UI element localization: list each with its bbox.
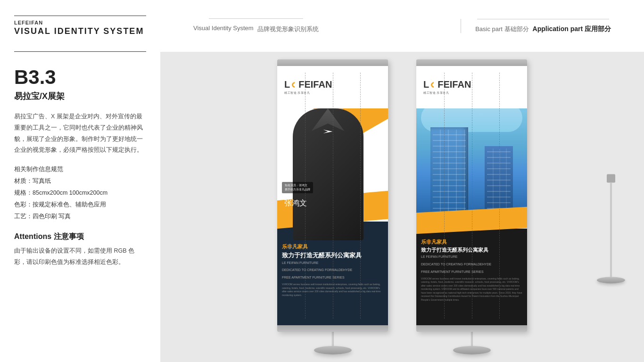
- logo-l-2: L: [423, 79, 429, 90]
- stand-pole-2: [471, 332, 473, 346]
- logo-arc-icon: [291, 81, 299, 89]
- nav-vis-cn[interactable]: 品牌视觉形象识别系统: [257, 25, 319, 33]
- section-title: 易拉宝/X展架: [14, 90, 146, 102]
- banner2-tagline-en3: FREE APARTMENT FURNITURE SERIES: [421, 270, 522, 274]
- banner1-tagline-en1: LE FEIFAN FURNITURE: [282, 261, 383, 265]
- attention-title: Attentions 注意事项: [14, 232, 146, 242]
- banner1-tagline-en2: DEDICATED TO CREATING FORMALDEHYDE: [282, 268, 383, 272]
- banner2-tagline-en1: LE FEIFAN FURNITURE: [421, 255, 522, 259]
- banner2-logo-area: L FEIFAN 精工智造 乐享非凡: [416, 66, 527, 108]
- spec-size: 规格：85cmx200cm 100cmx200cm: [14, 187, 146, 199]
- nav-center-group: Visual Identity System 品牌视觉形象识别系统: [193, 18, 319, 33]
- logo-feifan-2: FEIFAN: [438, 79, 471, 90]
- banner-frame-1: L FEIFAN 精工智造 乐享非凡: [277, 59, 388, 332]
- endorser-line1: 知名演员：张鸿文: [285, 183, 310, 188]
- nav-right-group: Basic part 基础部分 Application part 应用部分: [461, 19, 611, 33]
- section-desc: 易拉宝广告、X 展架是企业对内、对外宣传的最重要的工具之一，它同时也代表了企业的…: [14, 111, 146, 156]
- nav-top-line: [209, 18, 303, 19]
- nav-center-texts: Visual Identity System 品牌视觉形象识别系统: [193, 25, 319, 33]
- signature: 张鸿文: [284, 198, 307, 208]
- banner1-body-text: VXROOM serves business well-known instit…: [282, 283, 383, 297]
- nav-basic-part[interactable]: Basic part 基础部分: [475, 25, 528, 33]
- banner1-brand-label: 乐非凡家具: [282, 243, 383, 250]
- building-image: [416, 99, 527, 222]
- right-panel: L FEIFAN 精工智造 乐享非凡: [160, 52, 644, 362]
- banner2-background: L FEIFAN 精工智造 乐享非凡: [416, 66, 527, 325]
- banner1-tagline-en3: FREE APARTMENT FURNITURE SERIES: [282, 275, 383, 280]
- logo-arc-icon-2: [430, 81, 438, 89]
- banner-bottom-bar-1: [277, 325, 388, 332]
- logo-l: L: [284, 79, 290, 90]
- spec-material: 材质：写真纸: [14, 175, 146, 187]
- banner-stand-1: L FEIFAN 精工智造 乐享非凡: [277, 59, 388, 354]
- banner2-logo: L FEIFAN 精工智造 乐享非凡: [423, 79, 471, 95]
- stand-block-3: [607, 174, 615, 182]
- banner2-tagline-en2: DEDICATED TO CREATING FORMALDEHYDE: [421, 262, 522, 267]
- header-left: LEFEIFAN VISUAL IDENTITY SYSTEM: [14, 16, 174, 36]
- person-figure: [282, 94, 374, 245]
- banner2-brand-label: 乐非凡家具: [421, 239, 522, 246]
- endorser-line2: 携手助力乐非凡品牌: [285, 188, 310, 192]
- nav-separator: [461, 19, 461, 33]
- bow-tie: [323, 130, 333, 133]
- banner-stand-2: L FEIFAN 精工智造 乐享非凡: [416, 59, 527, 354]
- person-suit: [293, 108, 363, 240]
- spec-process: 工艺：四色印刷 写真: [14, 211, 146, 222]
- banner-bottom-bar-2: [416, 325, 527, 332]
- stand-pole-3: [610, 182, 612, 277]
- attention-desc: 由于输出设备的设置不同，如需使用 RGB 色彩，请以印刷色值为标准选择相近色彩。: [14, 246, 146, 268]
- banner-frame-2: L FEIFAN 精工智造 乐享非凡: [416, 59, 527, 332]
- section-code: B3.3: [14, 66, 146, 89]
- banner1-tagline-cn: 致力于打造无醛系列公寓家具: [282, 251, 383, 260]
- banner-top-bar-2: [416, 59, 527, 66]
- banner1-text-area: 乐非凡家具 致力于打造无醛系列公寓家具 LE FEIFAN FURNITURE …: [282, 243, 383, 297]
- logo-container-1: L FEIFAN: [284, 79, 332, 90]
- stand-3: [597, 174, 625, 283]
- banner1-logo: L FEIFAN 精工智造 乐享非凡: [284, 79, 332, 95]
- header-nav: Visual Identity System 品牌视觉形象识别系统 Basic …: [174, 18, 630, 33]
- brand-subtitle: VISUAL IDENTITY SYSTEM: [14, 26, 174, 36]
- logo-bottom-line: [14, 51, 146, 52]
- stand-base-1: [314, 346, 352, 354]
- nav-right-texts: Basic part 基础部分 Application part 应用部分: [475, 25, 611, 33]
- banner1-logo-tagline: 精工智造 乐享非凡: [284, 91, 332, 95]
- banner-content-2: L FEIFAN 精工智造 乐享非凡: [416, 66, 527, 325]
- spec-label: 相关制作信息规范: [14, 164, 146, 175]
- logo-top-line: [14, 16, 146, 16]
- brand-name: LEFEIFAN: [14, 20, 174, 25]
- suit-lapel: [312, 108, 345, 146]
- banner2-logo-tagline: 精工智造 乐享非凡: [423, 91, 471, 95]
- nav-vis-en[interactable]: Visual Identity System: [193, 25, 254, 32]
- spec-color: 色彩：按规定标准色、辅助色应用: [14, 199, 146, 211]
- banner2-body-text: VXROOM serves business well-known instit…: [421, 277, 522, 302]
- banner1-background: L FEIFAN 精工智造 乐享非凡: [277, 66, 388, 325]
- endorser-tag: 知名演员：张鸿文 携手助力乐非凡品牌: [282, 182, 313, 193]
- banner-top-bar-1: [277, 59, 388, 66]
- stand-base-3: [597, 277, 625, 283]
- nav-right-section: Basic part 基础部分 Application part 应用部分: [475, 19, 611, 33]
- banner2-text-area: 乐非凡家具 致力于打造无醛系列公寓家具 LE FEIFAN FURNITURE …: [421, 239, 522, 302]
- nav-center-section: Visual Identity System 品牌视觉形象识别系统: [193, 18, 319, 33]
- building-main: [430, 127, 468, 222]
- stand-base-2: [453, 346, 491, 354]
- signature-area: 张鸿文: [284, 198, 307, 212]
- person-body: [293, 108, 363, 245]
- logo-container-2: L FEIFAN: [423, 79, 471, 90]
- banner1-logo-area: L FEIFAN 精工智造 乐享非凡: [277, 66, 388, 108]
- logo-feifan: FEIFAN: [298, 79, 332, 90]
- nav-right-top-line: [477, 19, 609, 19]
- stand-pole-1: [332, 332, 334, 346]
- banner-content-1: L FEIFAN 精工智造 乐享非凡: [277, 66, 388, 325]
- building-windows: [433, 130, 466, 219]
- nav-application-part[interactable]: Application part 应用部分: [533, 25, 611, 33]
- left-panel: B3.3 易拉宝/X展架 易拉宝广告、X 展架是企业对内、对外宣传的最重要的工具…: [0, 52, 160, 362]
- header: LEFEIFAN VISUAL IDENTITY SYSTEM Visual I…: [0, 0, 644, 52]
- banner2-tagline-cn: 致力于打造无醛系列公寓家具: [421, 247, 522, 254]
- main: B3.3 易拉宝/X展架 易拉宝广告、X 展架是企业对内、对外宣传的最重要的工具…: [0, 52, 644, 362]
